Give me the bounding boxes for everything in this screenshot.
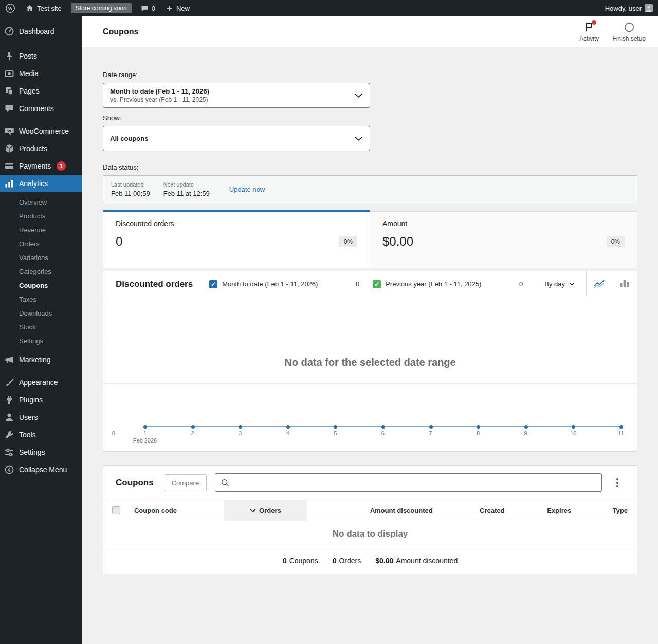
wordpress-logo-menu[interactable]: W: [0, 0, 21, 16]
admin-bar: W Test site Store coming soon 0 New Howd…: [0, 0, 658, 16]
account-menu[interactable]: Howdy, user: [600, 0, 658, 16]
search-input[interactable]: [233, 479, 596, 487]
sidebar-item-marketing[interactable]: Marketing: [0, 351, 82, 369]
plus-icon: [166, 5, 173, 12]
sidebar-item-label: Plugins: [19, 396, 43, 404]
legend-item-current-period[interactable]: ✓ Month to date (Feb 1 - 11, 2026) 0: [209, 280, 359, 288]
axis-tick-label: 7: [429, 430, 432, 436]
date-range-label: Date range:: [103, 71, 637, 79]
column-header-orders-sorted[interactable]: Orders: [224, 500, 307, 521]
column-header-coupon-code[interactable]: Coupon code: [125, 500, 224, 521]
checkbox-checked-blue[interactable]: ✓: [209, 280, 217, 288]
sidebar-item-settings[interactable]: Settings: [0, 444, 82, 461]
column-header-expires[interactable]: Expires: [514, 500, 580, 521]
new-content-menu[interactable]: New: [160, 0, 195, 16]
sidebar-item-analytics[interactable]: Analytics: [0, 175, 82, 192]
axis-tick-label: 1: [143, 430, 147, 436]
submenu-item-overview[interactable]: Overview: [0, 195, 82, 209]
select-all-checkbox[interactable]: [112, 506, 120, 514]
table-empty-message: No data to display: [103, 521, 637, 547]
bar-chart-type-button[interactable]: [612, 271, 637, 297]
coupons-filter-select[interactable]: All coupons: [103, 126, 370, 151]
site-name-menu[interactable]: Test site: [21, 0, 67, 16]
sidebar-item-comments[interactable]: Comments: [0, 100, 82, 117]
column-header-type[interactable]: Type: [580, 500, 637, 521]
sidebar-item-collapse-menu[interactable]: Collapse Menu: [0, 461, 82, 479]
sidebar-item-label: Tools: [19, 431, 36, 439]
update-now-link[interactable]: Update now: [229, 186, 265, 193]
show-value: All coupons: [110, 135, 148, 142]
submenu-item-coupons[interactable]: Coupons: [0, 279, 82, 292]
submenu-item-variations[interactable]: Variations: [0, 251, 82, 265]
sidebar-item-media[interactable]: Media: [0, 65, 82, 82]
activity-button[interactable]: Activity: [579, 21, 599, 42]
submenu-item-orders[interactable]: Orders: [0, 237, 82, 251]
column-header-created[interactable]: Created: [442, 500, 514, 521]
axis-tick-label: 6: [381, 430, 385, 436]
sidebar-item-label: Analytics: [19, 179, 48, 188]
sidebar-item-tools[interactable]: Tools: [0, 426, 82, 444]
submenu-item-categories[interactable]: Categories: [0, 265, 82, 279]
table-search[interactable]: [215, 473, 602, 492]
sidebar-item-plugins[interactable]: Plugins: [0, 391, 82, 409]
axis-tick-label: 0: [112, 430, 115, 436]
axis-tick-label: 4: [286, 430, 289, 436]
sidebar-item-label: Products: [19, 144, 47, 153]
total-amount-discounted: $0.00 Amount discounted: [375, 557, 458, 565]
show-label: Show:: [103, 114, 637, 122]
interval-value: By day: [544, 280, 565, 288]
sidebar-item-label: Collapse Menu: [19, 466, 67, 474]
comments-indicator[interactable]: 0: [136, 0, 160, 16]
chart-card: Discounted orders ✓ Month to date (Feb 1…: [103, 271, 637, 452]
date-range-compare-value: vs. Previous year (Feb 1 - 11, 2025): [110, 96, 347, 103]
summary-card-discounted-orders[interactable]: Discounted orders 0 0%: [103, 210, 370, 268]
table-options-menu-button[interactable]: [610, 473, 625, 492]
chart-empty-message: No data for the selected date range: [103, 357, 637, 369]
axis-tick-label: 5: [334, 430, 337, 436]
legend-item-previous-period[interactable]: ✓ Previous year (Feb 1 - 11, 2025) 0: [373, 280, 523, 288]
axis-data-point: [334, 425, 337, 429]
axis-data-point: [572, 425, 575, 429]
pin-icon: [4, 51, 14, 61]
summary-card-delta-badge: 0%: [339, 236, 357, 247]
total-coupons: 0 Coupons: [283, 557, 318, 565]
sidebar-item-payments[interactable]: Payments 1: [0, 157, 82, 175]
submenu-item-taxes[interactable]: Taxes: [0, 292, 82, 306]
sidebar-item-label: Dashboard: [19, 27, 54, 35]
sidebar-item-users[interactable]: Users: [0, 409, 82, 426]
submenu-item-products[interactable]: Products: [0, 209, 82, 223]
summary-card-amount[interactable]: Amount $0.00 0%: [370, 211, 637, 268]
compare-button[interactable]: Compare: [164, 474, 207, 491]
plug-icon: [4, 395, 14, 405]
date-range-select[interactable]: Month to date (Feb 1 - 11, 2026) vs. Pre…: [103, 83, 370, 108]
bar-chart-icon: [618, 277, 631, 291]
axis-data-point: [286, 425, 290, 429]
comments-icon: [4, 103, 14, 114]
submenu-item-stock[interactable]: Stock: [0, 320, 82, 334]
table-totals: 0 Coupons 0 Orders $0.00 Amount discount…: [103, 547, 637, 574]
media-icon: [4, 68, 14, 79]
checkbox-checked-green[interactable]: ✓: [373, 280, 381, 288]
finish-setup-button[interactable]: Finish setup: [612, 21, 646, 42]
summary-card-label: Discounted orders: [116, 219, 357, 228]
chevron-down-icon: [355, 93, 362, 98]
sidebar-item-woocommerce[interactable]: W WooCommerce: [0, 122, 82, 140]
svg-text:W: W: [8, 6, 13, 11]
sidebar-item-posts[interactable]: Posts: [0, 47, 82, 65]
sidebar-item-pages[interactable]: Pages: [0, 82, 82, 100]
column-header-amount-discounted[interactable]: Amount discounted: [307, 500, 442, 521]
woocommerce-icon: W: [4, 126, 14, 136]
axis-tick-label: 8: [477, 430, 480, 436]
interval-select[interactable]: By day: [533, 280, 586, 288]
coupons-table-card: Coupons Compare Coupon code Orders Amoun…: [103, 465, 637, 574]
legend-label: Month to date (Feb 1 - 11, 2026): [222, 280, 318, 288]
sidebar-item-dashboard[interactable]: Dashboard: [0, 23, 82, 40]
submenu-item-downloads[interactable]: Downloads: [0, 306, 82, 320]
submenu-item-revenue[interactable]: Revenue: [0, 223, 82, 237]
submenu-item-settings[interactable]: Settings: [0, 334, 82, 348]
sidebar-item-appearance[interactable]: Appearance: [0, 374, 82, 391]
line-chart-type-button[interactable]: [587, 271, 612, 297]
sidebar-item-products[interactable]: Products: [0, 140, 82, 157]
home-icon: [26, 4, 34, 12]
chevron-down-icon: [569, 282, 575, 286]
